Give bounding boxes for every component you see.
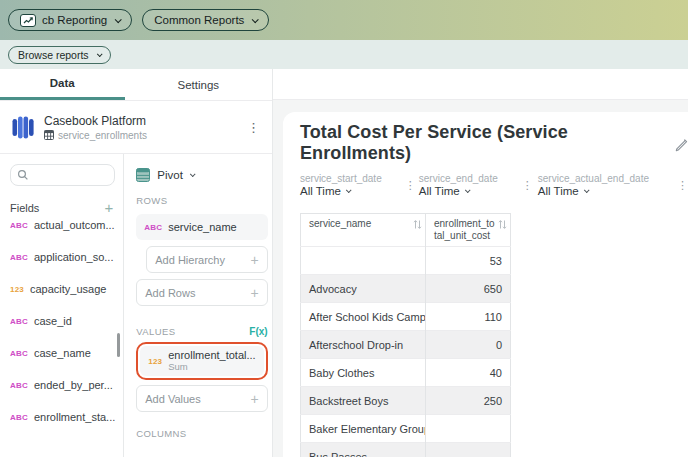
value-chip-enrollment-total[interactable]: 123 enrollment_total... Sum bbox=[140, 346, 263, 376]
field-item-enrollment-status[interactable]: ABC enrollment_sta... bbox=[10, 407, 115, 427]
filters-row: service_start_date All Time ⋮ service_en… bbox=[300, 173, 688, 197]
filter-value-dropdown[interactable]: All Time bbox=[300, 185, 382, 197]
field-item-case-id[interactable]: ABC case_id bbox=[10, 311, 115, 331]
fields-scrollbar[interactable] bbox=[117, 333, 120, 357]
values-section-label: VALUES bbox=[136, 326, 175, 337]
sort-icon[interactable] bbox=[498, 219, 507, 232]
values-section-header: VALUES F(x) bbox=[136, 326, 267, 337]
add-field-button[interactable]: + bbox=[105, 200, 114, 215]
cell-service-name bbox=[301, 247, 426, 275]
filter-value-label: All Time bbox=[419, 185, 460, 197]
sort-icon[interactable] bbox=[413, 219, 422, 232]
table-row[interactable]: Baker Elementary Group The... bbox=[301, 415, 511, 443]
database-icon bbox=[12, 115, 34, 140]
table-row[interactable]: 53 bbox=[301, 247, 511, 275]
field-type-icon: ABC bbox=[10, 221, 28, 230]
field-search-input[interactable] bbox=[10, 164, 115, 186]
source-name: Casebook Platform bbox=[44, 114, 147, 128]
field-item-application-source[interactable]: ABC application_so... bbox=[10, 247, 115, 267]
visualization-type-select[interactable]: Pivot bbox=[136, 168, 267, 182]
source-text: Casebook Platform service_enrollments bbox=[44, 114, 147, 141]
source-table-name: service_enrollments bbox=[58, 130, 147, 141]
field-item-capacity-usage[interactable]: 123 capacity_usage bbox=[10, 279, 115, 299]
chip-label: service_name bbox=[168, 221, 236, 233]
table-row[interactable]: Afterschool Drop-in 0 bbox=[301, 331, 511, 359]
browse-reports-button[interactable]: Browse reports bbox=[8, 46, 111, 64]
tab-data-label: Data bbox=[50, 77, 75, 89]
row-chip-service-name[interactable]: ABC service_name bbox=[136, 214, 267, 240]
field-type-icon: ABC bbox=[10, 349, 28, 358]
source-kebab-menu[interactable]: ⋮ bbox=[247, 121, 260, 134]
chevron-down-icon bbox=[115, 16, 122, 23]
filter-service-start-date: service_start_date All Time ⋮ bbox=[300, 173, 416, 197]
filter-value-dropdown[interactable]: All Time bbox=[538, 185, 649, 197]
tab-data[interactable]: Data bbox=[0, 69, 125, 100]
edit-title-icon[interactable] bbox=[674, 137, 688, 152]
cell-value: 40 bbox=[426, 359, 511, 387]
field-item-actual-outcome[interactable]: ABC actual_outcom... bbox=[10, 215, 115, 235]
tab-settings-label: Settings bbox=[177, 79, 219, 91]
column-header-enrollment-total-unit-cost[interactable]: enrollment_total_unit_cost bbox=[426, 214, 511, 247]
filter-field-label: service_end_date bbox=[419, 173, 498, 184]
add-rows-button[interactable]: Add Rows + bbox=[136, 279, 267, 306]
add-rows-label: Add Rows bbox=[145, 287, 195, 299]
report-card: Total Cost Per Service (Service Enrollme… bbox=[283, 112, 688, 457]
table-row[interactable]: Baby Clothes 40 bbox=[301, 359, 511, 387]
fields-column: Fields + ABC actual_outcom... ABC applic… bbox=[0, 154, 124, 457]
table-row[interactable]: Advocacy 650 bbox=[301, 275, 511, 303]
filter-kebab-menu[interactable]: ⋮ bbox=[522, 179, 533, 192]
field-type-icon: ABC bbox=[10, 253, 28, 262]
filter-field-label: service_start_date bbox=[300, 173, 382, 184]
field-label: case_id bbox=[34, 315, 72, 327]
add-values-button[interactable]: Add Values + bbox=[136, 385, 267, 412]
report-title-row: Total Cost Per Service (Service Enrollme… bbox=[300, 122, 688, 164]
reporting-menu-label: cb Reporting bbox=[42, 14, 107, 26]
chevron-down-icon bbox=[465, 187, 471, 193]
pivot-results-table: service_name enrollment_total_unit_cost bbox=[300, 213, 511, 457]
page-title: Total Cost Per Service (Service Enrollme… bbox=[300, 122, 664, 164]
table-header-row: service_name enrollment_total_unit_cost bbox=[301, 214, 511, 247]
cell-value: 53 bbox=[426, 247, 511, 275]
field-type-icon: ABC bbox=[144, 223, 162, 232]
formula-button[interactable]: F(x) bbox=[249, 326, 267, 337]
filter-value-label: All Time bbox=[300, 185, 341, 197]
field-label: capacity_usage bbox=[30, 283, 106, 295]
table-icon bbox=[44, 130, 54, 140]
common-reports-button[interactable]: Common Reports bbox=[142, 9, 269, 31]
column-header-label: service_name bbox=[309, 218, 371, 229]
chevron-down-icon bbox=[346, 187, 352, 193]
reporting-menu-button[interactable]: cb Reporting bbox=[8, 9, 132, 31]
common-reports-label: Common Reports bbox=[154, 14, 244, 26]
tab-settings[interactable]: Settings bbox=[125, 69, 272, 100]
add-hierarchy-button[interactable]: Add Hierarchy + bbox=[146, 246, 267, 273]
cell-value: 650 bbox=[426, 275, 511, 303]
filter-kebab-menu[interactable]: ⋮ bbox=[677, 179, 688, 192]
field-item-ended-by-person[interactable]: ABC ended_by_per... bbox=[10, 375, 115, 395]
table-row[interactable]: Backstreet Boys 250 bbox=[301, 387, 511, 415]
cell-value: 250 bbox=[426, 387, 511, 415]
pivot-grid-icon bbox=[136, 168, 150, 182]
chevron-down-icon bbox=[584, 187, 590, 193]
line-chart-icon bbox=[20, 14, 36, 27]
filter-service-end-date: service_end_date All Time ⋮ bbox=[419, 173, 533, 197]
chevron-down-icon bbox=[96, 51, 102, 57]
left-panel-tabs: Data Settings bbox=[0, 69, 272, 101]
cell-value: 0 bbox=[426, 331, 511, 359]
field-label: ended_by_per... bbox=[34, 379, 113, 391]
cell-value: 110 bbox=[426, 303, 511, 331]
main-area: Total Cost Per Service (Service Enrollme… bbox=[273, 69, 688, 457]
content-area: Data Settings Casebook Platform bbox=[0, 69, 688, 457]
table-row[interactable]: After School Kids Camp 110 bbox=[301, 303, 511, 331]
table-row[interactable]: Bus Passes bbox=[301, 443, 511, 457]
cell-service-name: Baby Clothes bbox=[301, 359, 426, 387]
filter-value-dropdown[interactable]: All Time bbox=[419, 185, 498, 197]
column-header-service-name[interactable]: service_name bbox=[301, 214, 426, 247]
filter-kebab-menu[interactable]: ⋮ bbox=[405, 179, 416, 192]
chevron-down-icon bbox=[190, 171, 196, 177]
filter-field-label: service_actual_end_date bbox=[538, 173, 649, 184]
aggregation-label: Sum bbox=[168, 362, 255, 373]
field-item-case-name[interactable]: ABC case_name bbox=[10, 343, 115, 363]
filter-service-actual-end-date: service_actual_end_date All Time ⋮ bbox=[538, 173, 688, 197]
cell-service-name: Advocacy bbox=[301, 275, 426, 303]
field-label: case_name bbox=[34, 347, 91, 359]
